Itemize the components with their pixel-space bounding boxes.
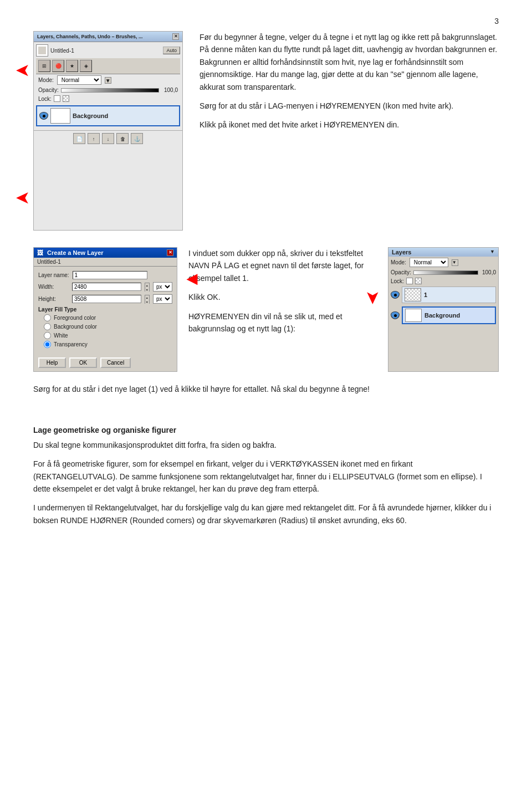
tool-icon-4[interactable]: ◈ xyxy=(80,60,92,72)
tool-icon-2[interactable]: 🔴 xyxy=(52,60,64,72)
gimp-icon-bar: ⊞ 🔴 ★ ◈ xyxy=(36,58,180,74)
auto-button[interactable]: Auto xyxy=(163,47,180,54)
middle-para-3: HØYREMENYEN din vil nå se slik ut, med e… xyxy=(188,310,377,335)
section-bottom: Sørg for at du står i det nye laget (1) … xyxy=(33,383,499,526)
opacity-value: 100,0 xyxy=(161,87,178,93)
create-layer-dialog: 🖼 Create a New Layer ✕ Untitled-1 Layer … xyxy=(33,247,177,372)
layers2-lock-check2[interactable] xyxy=(415,278,422,284)
toolbar-btn-up[interactable]: ↑ xyxy=(88,133,100,144)
layer1-row: 1 xyxy=(388,285,498,304)
layers2-eye1-icon[interactable] xyxy=(391,291,400,299)
fill-label-foreground: Foreground color xyxy=(54,315,96,321)
layer-name-input[interactable] xyxy=(73,271,147,279)
lock-check2[interactable] xyxy=(63,95,69,102)
height-input[interactable] xyxy=(72,295,141,303)
red-arrow-bottom: ➤ xyxy=(16,190,29,208)
fill-radio-background[interactable] xyxy=(44,323,51,330)
tool-icon-3[interactable]: ★ xyxy=(66,60,78,72)
lock-label: Lock: xyxy=(38,96,52,102)
layers-panel-title: Layers, Channels, Paths, Undo – Brushes,… xyxy=(37,34,143,39)
toolbar-btn-new[interactable]: 📄 xyxy=(73,133,85,144)
dialog-titlebar: 🖼 Create a New Layer ✕ xyxy=(34,248,177,258)
dialog-body: Layer name: Width: ▲ ▼ px Height: xyxy=(34,267,177,354)
eye-visibility-icon[interactable] xyxy=(39,112,48,120)
height-spin-up[interactable]: ▲ xyxy=(145,295,149,300)
height-unit-select[interactable]: px xyxy=(153,294,172,304)
layers-panel2-collapse[interactable]: ▼ xyxy=(490,249,495,255)
toolbar-btn-anchor[interactable]: ⚓ xyxy=(131,133,143,144)
lock-check1[interactable] xyxy=(54,95,60,102)
heading-geometric: Lage geometriske og organiske figurer xyxy=(33,426,499,434)
collapse-icon[interactable]: ▼ xyxy=(105,77,111,84)
layer-name-row-dialog: Layer name: xyxy=(38,271,172,279)
help-button[interactable]: Help xyxy=(38,357,66,368)
red-arrow-input: ◀ xyxy=(187,271,197,287)
toolbar-btn-down[interactable]: ↓ xyxy=(102,133,114,144)
height-spin-down[interactable]: ▼ xyxy=(145,300,149,304)
width-spin-up[interactable]: ▲ xyxy=(145,283,149,288)
dialog-title-text: 🖼 Create a New Layer xyxy=(37,249,104,256)
mode-label: Mode: xyxy=(38,77,54,83)
mode-select[interactable]: Normal xyxy=(57,75,101,85)
section-top: Layers, Channels, Paths, Undo – Brushes,… xyxy=(33,31,499,231)
layers-panel-screenshot: Layers, Channels, Paths, Undo – Brushes,… xyxy=(33,31,183,231)
middle-para-1: I vinduet som dukker opp nå, skriver du … xyxy=(188,247,377,284)
layers2-lock-row: Lock: xyxy=(388,277,498,285)
opacity-label: Opacity: xyxy=(38,87,59,93)
mode-row: Mode: Normal ▼ xyxy=(36,74,180,86)
dialog-close-btn[interactable]: ✕ xyxy=(167,249,173,256)
background-layer-label: Background xyxy=(73,112,108,119)
fill-option-foreground: Foreground color xyxy=(44,314,172,321)
red-arrow-layer: ➤ xyxy=(364,292,382,304)
fill-label-background: Background color xyxy=(54,324,97,330)
layers-panel2-title-text: Layers xyxy=(392,249,411,255)
lock-row: Lock: xyxy=(36,94,180,103)
layer1-label: 1 xyxy=(424,292,427,298)
width-row: Width: ▲ ▼ px xyxy=(38,282,172,292)
tool-icon-1[interactable]: ⊞ xyxy=(38,60,50,72)
cancel-button[interactable]: Cancel xyxy=(100,357,131,368)
background-layer-row2: Background ➤ xyxy=(388,305,498,325)
ok-button[interactable]: OK xyxy=(69,357,97,368)
layer1-item: 1 xyxy=(402,287,496,303)
width-input[interactable] xyxy=(72,283,141,291)
fill-radio-foreground[interactable] xyxy=(44,314,51,321)
fill-radio-white[interactable] xyxy=(44,332,51,339)
layers2-opacity-row: Opacity: 100,0 xyxy=(388,268,498,277)
paragraph-3: Klikk på ikonet med det hvite arket i HØ… xyxy=(200,119,499,131)
width-spinner[interactable]: ▲ ▼ xyxy=(145,283,150,292)
layers2-collapse-icon[interactable]: ▼ xyxy=(452,259,458,266)
geo-para-2: For å få geometriske figurer, som for ek… xyxy=(33,458,499,495)
background-layer-item: Background xyxy=(402,306,496,324)
close-button[interactable]: ✕ xyxy=(172,33,179,40)
layer-name-row: Untitled-1 Auto xyxy=(36,44,180,57)
dialog-subtitle: Untitled-1 xyxy=(34,258,177,267)
dialog-icon: 🖼 xyxy=(37,249,43,256)
opacity-slider[interactable] xyxy=(61,88,159,93)
opacity-row: Opacity: 100,0 xyxy=(36,86,180,94)
layer-name-label-dialog: Layer name: xyxy=(38,272,69,278)
top-text-content: Før du begynner å tegne, velger du å teg… xyxy=(200,31,499,231)
middle-section: 🖼 Create a New Layer ✕ Untitled-1 Layer … xyxy=(33,247,499,372)
layers2-opacity-slider[interactable] xyxy=(413,270,478,275)
fill-type-group: Foreground color Background color White … xyxy=(38,314,172,348)
height-label: Height: xyxy=(38,296,69,302)
layers2-opacity-label: Opacity: xyxy=(391,269,411,275)
layers2-lock-check1[interactable] xyxy=(406,278,413,284)
layers2-eye2-icon[interactable] xyxy=(391,311,400,319)
page-number: 3 xyxy=(33,17,499,25)
layer-preview-thumb xyxy=(36,44,48,57)
width-unit-select[interactable]: px xyxy=(153,282,172,292)
fill-option-background: Background color xyxy=(44,323,172,330)
layers2-mode-select[interactable]: Normal xyxy=(410,258,448,267)
layers-panel-body: Untitled-1 Auto ⊞ 🔴 ★ ◈ Mode: Normal ▼ xyxy=(34,42,182,130)
geo-para-1: Du skal tegne kommunikasjonsproduktet di… xyxy=(33,439,499,451)
height-spinner[interactable]: ▲ ▼ xyxy=(145,295,150,304)
toolbar-btn-delete[interactable]: 🗑 xyxy=(116,133,129,144)
geo-para-3: I undermenyen til Rektangelutvalget, har… xyxy=(33,502,499,526)
fill-label-transparency: Transparency xyxy=(54,341,88,347)
width-spin-down[interactable]: ▼ xyxy=(145,288,149,292)
layer-name-label: Untitled-1 xyxy=(50,48,74,54)
fill-radio-transparency[interactable] xyxy=(44,341,51,348)
fill-label-white: White xyxy=(54,333,68,339)
